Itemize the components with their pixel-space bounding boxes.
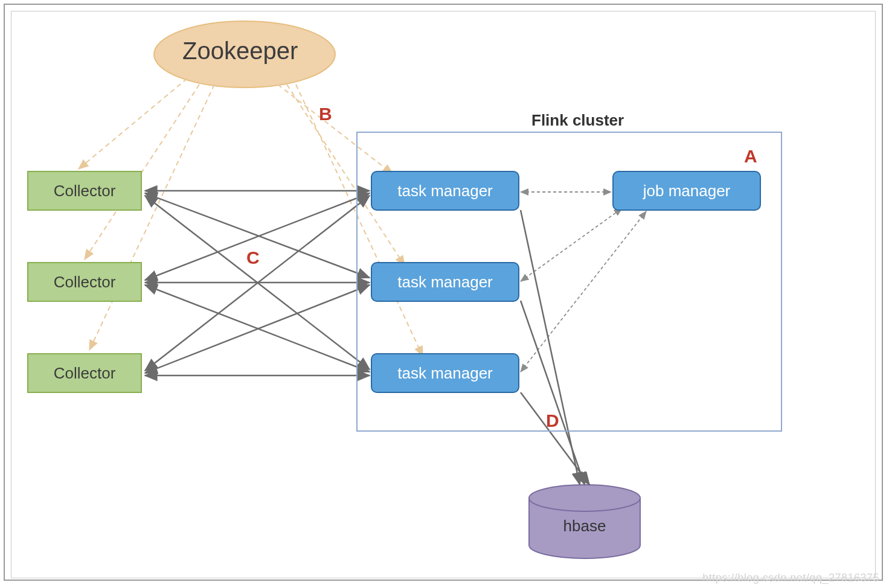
watermark-text: https://blog.csdn.net/qq_27816375 xyxy=(702,572,879,584)
annotation-d: D xyxy=(546,411,559,431)
collector-node-2: Collector xyxy=(27,262,142,302)
job-manager-node: job manager xyxy=(612,171,761,211)
annotation-b: B xyxy=(319,104,332,124)
zookeeper-label: Zookeeper xyxy=(182,37,298,65)
task-manager-node-2: task manager xyxy=(371,262,519,302)
task-manager-node-1: task manager xyxy=(371,171,519,211)
collector-node-3: Collector xyxy=(27,353,142,393)
flink-cluster-label: Flink cluster xyxy=(531,111,624,130)
collector-node-1: Collector xyxy=(27,171,142,211)
annotation-a: A xyxy=(744,146,757,167)
task-manager-node-3: task manager xyxy=(371,353,519,393)
annotation-c: C xyxy=(246,248,260,268)
